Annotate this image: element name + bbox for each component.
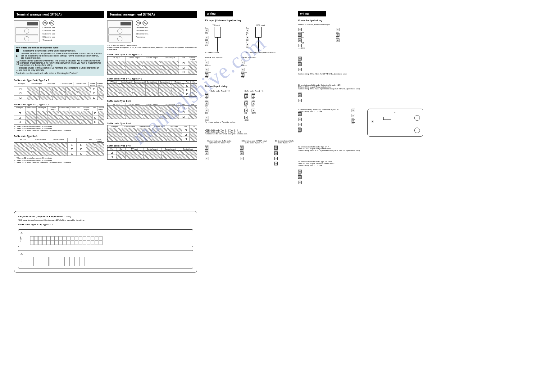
ut52a-desc: UT52A does not have E2-terminal area. Fo…: [107, 45, 197, 50]
std-caption: This manual: [43, 39, 55, 41]
tb2-notes: ← When an E1-terminal area exists, E1-te…: [14, 125, 104, 132]
do-e4: ○── ✕ ── ✕ ── ✕ ──: [298, 168, 435, 186]
tb-ut55a-2: Suffix code: Type 2 = 1, Type 3 = 0 PV i…: [14, 103, 104, 132]
di-t20: Suffix code: Type 2 = 0 ─○─ ✕ DI1 ─○─ ✕ …: [205, 89, 235, 123]
pv-rtd: RTD input A ✕201 B ✕202 b ✕203 RTD: Resi…: [246, 24, 275, 53]
legend-box: How to read the terminal arrangement fig…: [14, 45, 104, 76]
tb-ut52a-3: Suffix code: Type 3 = 3 PV inputControl …: [107, 100, 197, 119]
tb-ut55a-3: Suffix code: Type 3 = 1 PV inputControl …: [14, 135, 104, 164]
di-e1: E1-terminal area Suffix code: Optional s…: [205, 139, 234, 165]
wiring-pv: PV input (Universal input) wiring TC inp…: [205, 19, 295, 79]
tb-ut52a-2: Suffix code: Type 2 = 1, Type 3 = 0 PV i…: [107, 78, 197, 97]
col-ut52a: Terminal arrangement (UT52A) E3 E4 E3-te…: [107, 11, 197, 161]
e2-caption: E2-terminal area: [43, 36, 55, 38]
unit-diagram-ut55a: E3 E4 E3-terminal area E4-terminal area …: [14, 20, 104, 42]
legend-black: indicates the factory default of the fun…: [23, 50, 76, 52]
tb-ut52a-1: Suffix code: Type 2 = 0, Type 3 = 0 PV i…: [107, 53, 197, 74]
di-t21: Suffix code: Type 2 = 1 ─○─ ✕ DI1 ─○─ ✕ …: [244, 89, 263, 123]
legend-screw: indicates screw positions for terminals.…: [20, 60, 102, 66]
lr-note: M3.5 screw terminals are used. See the p…: [18, 219, 193, 221]
tb-title-3: Suffix code: Type 3 = 1: [14, 135, 104, 137]
do-contact: ○── ✕ ── ✕ ── ✕ ──: [298, 55, 435, 73]
tc-probe-icon: [208, 27, 227, 52]
e3-caption: E3-terminal area: [43, 27, 55, 29]
unit-box: [14, 20, 39, 42]
label-e4: E4: [49, 20, 54, 25]
rtd-probe-icon: [249, 27, 268, 52]
label-e3: E3: [43, 20, 48, 25]
di-e2: E2-terminal area (UT55A only) Suffix cod…: [240, 139, 268, 165]
do-e1: ○── ✕ ── ✕ ──: [298, 92, 435, 104]
do-e2: ✕ ── ✕ ── ✕ ── ✕ ──: [298, 112, 339, 133]
lr-tb1: Suffix code: Type 2 = 0, Type 3 = 0: [18, 223, 102, 226]
page: Terminal arrangement (UT55A) E3 E4 E3-te…: [0, 0, 555, 25]
tb-ut55a-1: Suffix code: Type 2 = 0, Type 3 = 0 PV i…: [14, 79, 104, 100]
col-ut55a: Terminal arrangement (UT55A) E3 E4 E3-te…: [14, 11, 104, 165]
col-wiring-2: Wiring Contact output wiring Alarm-1 to …: [298, 11, 435, 192]
col-wiring-1: Wiring PV input (Universal input) wiring…: [205, 11, 295, 172]
tb-ut52a-5: Suffix code: Type 3 = 5 PwrOutPV inputCo…: [107, 145, 197, 160]
label-e4-2: E4: [143, 20, 148, 25]
legend-hatch: indicates the function assignment slot. …: [21, 52, 102, 59]
unit-diagram-ut52a: E3 E4 E3-terminal area E4-terminal area …: [107, 20, 197, 42]
do-alarm-b: ✕ ── ✕ ── ✕ ──: [336, 28, 339, 49]
header-wiring-1: Wiring: [205, 11, 233, 16]
tb-title-1: Suffix code: Type 2 = 0, Type 3 = 0: [14, 79, 104, 81]
tb3-notes: ← When an E1-terminal area exists, E1-te…: [14, 157, 104, 164]
wiring-di: Contact input wiring Suffix code: Type 2…: [205, 85, 295, 165]
warning-icon-2: [20, 252, 24, 256]
large-terminal-box: Large terminal (only for /LR option of U…: [14, 211, 197, 273]
lr-img-2: →→→: [18, 250, 193, 268]
e1-caption: E1-terminal area: [43, 33, 55, 35]
lr-title: Large terminal (only for /LR option of U…: [18, 215, 193, 218]
legend-details: For details, see the model and suffix co…: [16, 72, 102, 74]
lr-img-1: LN⏚ for(let i=0;i<18;i++)document.write(…: [18, 229, 193, 247]
tb-title-2: Suffix code: Type 2 = 1, Type 3 = 0: [14, 103, 104, 106]
pv-tc: TC input + ✕201 − ✕202 ✕203 TC: Thermoco…: [205, 24, 227, 53]
tb-ut52a-4: Suffix code: Type 3 = 4 PV inputControl …: [107, 122, 197, 142]
pv-voltage: Voltage (mV, V) input + ✕201 ── − ✕202 ─…: [205, 56, 222, 79]
pv-current: Current (mA) input + ✕201 ── − ✕202 ── ✕…: [241, 56, 256, 79]
header-wiring-2: Wiring: [298, 11, 326, 16]
legend-empty: indicates unused terminal positions. Do …: [19, 67, 102, 71]
wiring-do: Contact output wiring Alarm-1 to -3 outp…: [298, 19, 435, 186]
label-e3-2: E3: [136, 20, 141, 25]
header-ut55a: Terminal arrangement (UT55A): [14, 11, 104, 18]
do-alarm-a: ✕ ── AL1 ✕ ── AL2 ✕ ── AL3 ✕ ── COM: [298, 28, 305, 49]
warning-icon: [20, 232, 24, 235]
relay-circuit: UT ✕ ⌇: [367, 109, 423, 137]
header-ut52a: Terminal arrangement (UT52A): [107, 11, 197, 18]
legend-title: How to read the terminal arrangement fig…: [16, 47, 102, 49]
do-e2b: ✕ ── ✕ ── ✕ ──: [352, 109, 355, 124]
di-e3: E3-terminal area Suffix code: Type 1 = 7…: [274, 139, 295, 165]
e4-caption: E4-terminal area: [43, 30, 55, 32]
